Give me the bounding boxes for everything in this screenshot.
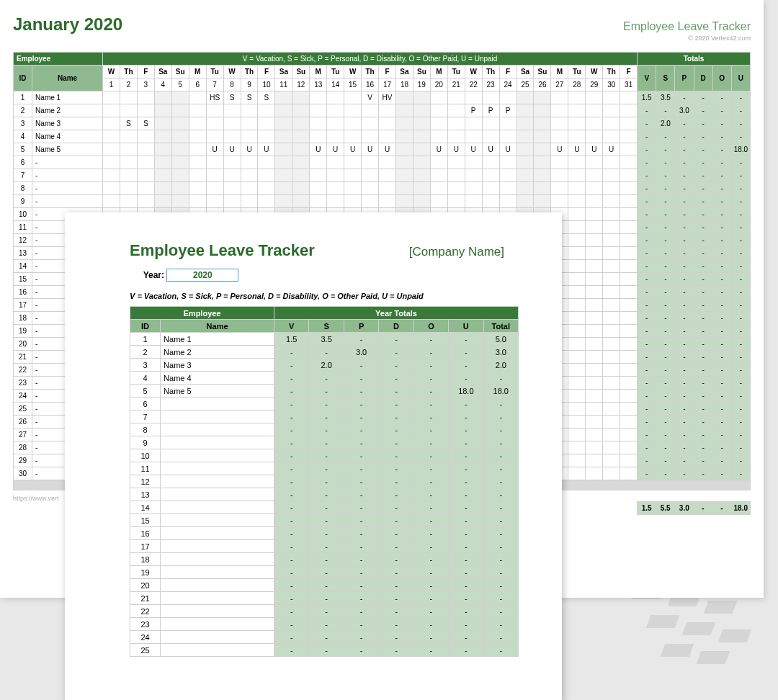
day-cell[interactable] bbox=[430, 195, 447, 208]
day-cell[interactable] bbox=[620, 104, 638, 117]
day-cell[interactable] bbox=[189, 91, 206, 104]
day-cell[interactable] bbox=[603, 351, 620, 364]
day-cell[interactable] bbox=[103, 117, 120, 130]
day-cell[interactable] bbox=[568, 377, 586, 390]
row-name[interactable] bbox=[161, 462, 274, 475]
day-cell[interactable] bbox=[482, 117, 499, 130]
day-cell[interactable] bbox=[603, 273, 620, 286]
day-cell[interactable] bbox=[603, 390, 620, 403]
day-cell[interactable] bbox=[171, 130, 189, 143]
day-cell[interactable] bbox=[413, 169, 430, 182]
day-cell[interactable] bbox=[258, 130, 275, 143]
day-cell[interactable] bbox=[275, 156, 292, 169]
day-cell[interactable] bbox=[603, 441, 620, 454]
day-cell[interactable] bbox=[171, 156, 189, 169]
day-cell[interactable]: U bbox=[223, 143, 241, 156]
day-cell[interactable] bbox=[482, 169, 499, 182]
day-cell[interactable] bbox=[568, 325, 586, 338]
day-cell[interactable] bbox=[362, 104, 379, 117]
day-cell[interactable] bbox=[586, 117, 603, 130]
day-cell[interactable] bbox=[586, 416, 603, 428]
day-cell[interactable] bbox=[413, 104, 430, 117]
row-name[interactable]: - bbox=[32, 169, 103, 182]
day-cell[interactable] bbox=[620, 143, 638, 156]
day-cell[interactable] bbox=[620, 299, 638, 312]
day-cell[interactable] bbox=[223, 130, 241, 143]
day-cell[interactable] bbox=[275, 91, 292, 104]
day-cell[interactable]: HV bbox=[379, 91, 396, 104]
day-cell[interactable] bbox=[568, 467, 586, 480]
day-cell[interactable] bbox=[603, 467, 620, 480]
day-cell[interactable] bbox=[241, 117, 258, 130]
day-cell[interactable] bbox=[620, 377, 638, 390]
day-cell[interactable] bbox=[137, 169, 154, 182]
day-cell[interactable] bbox=[430, 169, 447, 182]
day-cell[interactable] bbox=[310, 117, 327, 130]
day-cell[interactable] bbox=[586, 286, 603, 299]
day-cell[interactable] bbox=[586, 377, 603, 390]
day-cell[interactable] bbox=[568, 130, 586, 143]
row-name[interactable]: Name 1 bbox=[161, 333, 274, 346]
day-cell[interactable] bbox=[586, 338, 603, 351]
day-cell[interactable] bbox=[586, 130, 603, 143]
row-name[interactable] bbox=[161, 540, 274, 553]
day-cell[interactable] bbox=[586, 169, 603, 182]
day-cell[interactable] bbox=[344, 195, 362, 208]
day-cell[interactable] bbox=[413, 130, 430, 143]
day-cell[interactable] bbox=[103, 195, 120, 208]
row-name[interactable] bbox=[161, 514, 274, 527]
day-cell[interactable] bbox=[189, 169, 206, 182]
day-cell[interactable] bbox=[499, 182, 517, 195]
day-cell[interactable] bbox=[413, 117, 430, 130]
day-cell[interactable] bbox=[568, 364, 586, 377]
day-cell[interactable] bbox=[603, 364, 620, 377]
day-cell[interactable] bbox=[344, 169, 362, 182]
day-cell[interactable] bbox=[395, 169, 413, 182]
day-cell[interactable] bbox=[241, 130, 258, 143]
day-cell[interactable] bbox=[447, 91, 465, 104]
day-cell[interactable] bbox=[482, 195, 499, 208]
day-cell[interactable] bbox=[534, 182, 551, 195]
day-cell[interactable] bbox=[620, 221, 638, 234]
day-cell[interactable] bbox=[103, 156, 120, 169]
day-cell[interactable] bbox=[568, 91, 586, 104]
day-cell[interactable] bbox=[447, 195, 465, 208]
day-cell[interactable]: U bbox=[568, 143, 586, 156]
day-cell[interactable] bbox=[586, 467, 603, 480]
day-cell[interactable] bbox=[568, 182, 586, 195]
day-cell[interactable] bbox=[586, 156, 603, 169]
day-cell[interactable]: V bbox=[362, 91, 379, 104]
day-cell[interactable] bbox=[241, 182, 258, 195]
day-cell[interactable] bbox=[171, 143, 189, 156]
day-cell[interactable] bbox=[120, 91, 137, 104]
day-cell[interactable] bbox=[275, 104, 292, 117]
day-cell[interactable] bbox=[103, 91, 120, 104]
day-cell[interactable]: S bbox=[120, 117, 137, 130]
day-cell[interactable] bbox=[344, 104, 362, 117]
day-cell[interactable] bbox=[603, 454, 620, 467]
day-cell[interactable] bbox=[292, 156, 310, 169]
day-cell[interactable] bbox=[154, 130, 171, 143]
day-cell[interactable] bbox=[379, 130, 396, 143]
day-cell[interactable] bbox=[258, 156, 275, 169]
day-cell[interactable] bbox=[517, 117, 534, 130]
day-cell[interactable] bbox=[603, 286, 620, 299]
day-cell[interactable] bbox=[344, 117, 362, 130]
day-cell[interactable] bbox=[362, 117, 379, 130]
day-cell[interactable] bbox=[310, 169, 327, 182]
day-cell[interactable] bbox=[482, 182, 499, 195]
day-cell[interactable] bbox=[603, 325, 620, 338]
day-cell[interactable] bbox=[620, 234, 638, 247]
day-cell[interactable] bbox=[447, 156, 465, 169]
day-cell[interactable] bbox=[517, 130, 534, 143]
day-cell[interactable] bbox=[620, 130, 638, 143]
day-cell[interactable] bbox=[586, 208, 603, 221]
day-cell[interactable] bbox=[327, 195, 344, 208]
day-cell[interactable] bbox=[430, 130, 447, 143]
day-cell[interactable] bbox=[517, 104, 534, 117]
day-cell[interactable] bbox=[551, 182, 568, 195]
day-cell[interactable] bbox=[620, 260, 638, 273]
day-cell[interactable] bbox=[189, 130, 206, 143]
day-cell[interactable]: S bbox=[137, 117, 154, 130]
row-name[interactable]: Name 4 bbox=[32, 130, 103, 143]
